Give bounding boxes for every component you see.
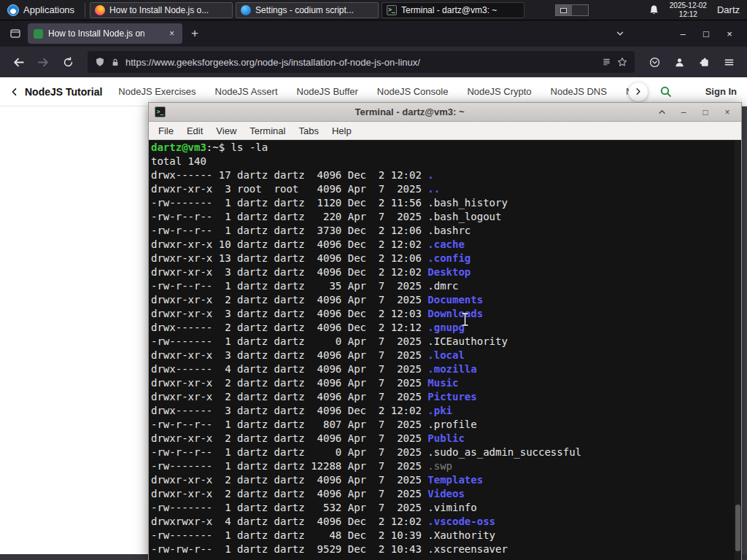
terminal-maximize-button[interactable]: □ (697, 105, 713, 120)
taskbar-window-settings[interactable]: Settings - codium script... (236, 2, 379, 18)
file-name: .viminfo (427, 502, 476, 513)
workspace-1[interactable] (556, 5, 572, 15)
applications-menu-button[interactable]: Applications (0, 0, 82, 20)
user-menu[interactable]: Dartz (717, 4, 740, 15)
terminal-output-line: drwx------ 17 dartz dartz 4096 Dec 2 12:… (151, 168, 741, 182)
menu-tabs[interactable]: Tabs (292, 125, 325, 136)
tab-title: How to Install Node.js on (48, 28, 162, 39)
terminal-output-line: -rw------- 1 dartz dartz 532 Apr 7 2025 … (151, 501, 741, 515)
forward-button[interactable] (32, 51, 54, 73)
taskbar-window-label: How to Install Node.js o... (109, 5, 209, 15)
applications-label: Applications (23, 4, 74, 15)
subnav-item[interactable]: NodeJS Crypto (467, 86, 531, 97)
subnav-item-active[interactable]: NodeJS Tutorial (25, 86, 102, 98)
menu-terminal[interactable]: Terminal (243, 125, 292, 136)
extensions-puzzle-icon[interactable] (693, 51, 715, 73)
file-attributes: -rw-r--r-- 1 dartz dartz 35 Apr 7 2025 (151, 280, 427, 292)
clock-time: 12:12 (670, 10, 707, 19)
file-attributes: -rw-r--r-- 1 dartz dartz 807 Apr 7 2025 (151, 419, 427, 430)
file-attributes: drwxr-xr-x 2 dartz dartz 4096 Apr 7 2025 (151, 294, 427, 306)
pocket-icon[interactable] (643, 51, 665, 73)
padlock-icon[interactable] (111, 58, 120, 67)
terminal-title: Terminal - dartz@vm3: ~ (171, 106, 648, 117)
tab-close-icon[interactable]: × (167, 28, 177, 39)
terminal-output-line: -rw------- 1 dartz dartz 12288 Apr 7 202… (151, 459, 741, 473)
terminal-window-icon[interactable]: >_ (155, 106, 166, 117)
file-attributes: drwxr-xr-x 2 dartz dartz 4096 Apr 7 2025 (151, 377, 427, 389)
file-attributes: drwxr-xr-x 3 dartz dartz 4096 Apr 7 2025 (151, 349, 427, 361)
list-all-tabs-chevron-icon[interactable] (610, 24, 630, 43)
file-name: Desktop (427, 266, 471, 278)
file-attributes: drwxr-xr-x 2 dartz dartz 4096 Apr 7 2025 (151, 474, 427, 486)
new-tab-button[interactable]: + (185, 24, 204, 43)
file-attributes: -rw-rw-r-- 1 dartz dartz 9529 Dec 2 10:4… (151, 543, 427, 555)
workspace-switcher (555, 4, 589, 16)
xubuntu-logo-icon (7, 4, 19, 16)
browser-tab-active[interactable]: How to Install Node.js on × (28, 23, 182, 44)
account-icon[interactable] (668, 51, 690, 73)
file-name: Videos (427, 488, 465, 499)
terminal-output-line: drwx------ 4 dartz dartz 4096 Apr 7 2025… (151, 362, 741, 376)
file-name: Music (427, 377, 458, 389)
subnav-item[interactable]: NodeJS Buffer (297, 86, 358, 97)
file-name: .cache (427, 238, 465, 250)
terminal-close-button[interactable]: × (719, 105, 735, 120)
browser-maximize-button[interactable]: □ (694, 23, 718, 44)
firefox-view-icon[interactable] (6, 24, 25, 43)
subnav-item[interactable]: NodeJS Exercises (118, 86, 196, 97)
search-icon[interactable] (659, 85, 672, 98)
taskbar-window-firefox[interactable]: How to Install Node.js o... (90, 2, 233, 18)
terminal-scrollbar-thumb[interactable] (735, 505, 740, 551)
terminal-scrollbar[interactable] (735, 140, 741, 560)
reload-button[interactable] (57, 51, 79, 73)
file-attributes: -rw------- 1 dartz dartz 0 Apr 7 2025 (151, 335, 427, 347)
terminal-icon: >_ (387, 5, 397, 15)
file-attributes: drwxrwxr-x 4 dartz dartz 4096 Dec 2 12:0… (151, 516, 427, 527)
nav-scroll-right-chevron-icon[interactable] (629, 82, 648, 101)
subnav-item[interactable]: NodeJS DNS (551, 86, 607, 97)
terminal-minimize-button[interactable]: – (676, 105, 692, 120)
terminal-output-line: -rw-r--r-- 1 dartz dartz 3730 Dec 2 12:0… (151, 224, 741, 238)
terminal-output-line: drwxr-xr-x 2 dartz dartz 4096 Apr 7 2025… (151, 487, 741, 501)
terminal-titlebar[interactable]: >_ Terminal - dartz@vm3: ~ – □ × (149, 103, 741, 122)
bookmark-star-icon[interactable] (617, 57, 627, 67)
menu-help[interactable]: Help (325, 125, 358, 136)
file-name: Documents (427, 294, 483, 306)
file-attributes: drwx------ 17 dartz dartz 4096 Dec 2 12:… (151, 169, 427, 181)
terminal-window: >_ Terminal - dartz@vm3: ~ – □ × File Ed… (148, 102, 742, 560)
terminal-output-line: -rw-rw-r-- 1 dartz dartz 9529 Dec 2 10:4… (151, 542, 741, 556)
page-scrollbar[interactable] (742, 106, 747, 554)
reader-mode-icon[interactable] (602, 58, 611, 67)
file-attributes: drwxr-xr-x 10 dartz dartz 4096 Dec 2 12:… (151, 238, 427, 250)
file-attributes: drwxr-xr-x 2 dartz dartz 4096 Apr 7 2025 (151, 391, 427, 402)
browser-close-button[interactable]: × (718, 23, 741, 44)
panel-clock[interactable]: 2025-12-02 12:12 (670, 1, 707, 19)
workspace-2[interactable] (572, 5, 588, 15)
menu-edit[interactable]: Edit (180, 125, 209, 136)
file-attributes: drwxr-xr-x 13 dartz dartz 4096 Dec 2 12:… (151, 252, 427, 264)
subnav-item[interactable]: NodeJS Assert (215, 86, 278, 97)
terminal-screen[interactable]: dartz@vm3:~$ ls -latotal 140drwx------ 1… (149, 140, 741, 560)
url-bar[interactable]: https://www.geeksforgeeks.org/node-js/in… (88, 51, 635, 73)
menu-file[interactable]: File (152, 125, 180, 136)
nav-scroll-left-chevron-icon[interactable] (10, 87, 19, 97)
file-name: . (427, 169, 433, 181)
menu-view[interactable]: View (209, 125, 243, 136)
taskbar-window-terminal[interactable]: >_ Terminal - dartz@vm3: ~ (382, 2, 525, 18)
terminal-menubar: File Edit View Terminal Tabs Help (149, 122, 741, 140)
sign-in-button[interactable]: Sign In (705, 86, 737, 97)
back-button[interactable] (7, 51, 29, 73)
tracking-protection-shield-icon[interactable] (95, 57, 105, 67)
subnav-items: NodeJS Exercises NodeJS Assert NodeJS Bu… (118, 86, 638, 97)
menu-hamburger-icon[interactable] (718, 51, 740, 73)
file-name: .bashrc (427, 225, 471, 236)
terminal-shade-button[interactable] (654, 105, 670, 120)
subnav-item[interactable]: NodeJS Console (377, 86, 449, 97)
terminal-output-line: drwxr-xr-x 3 dartz dartz 4096 Dec 2 12:0… (151, 265, 741, 279)
prompt-suffix: :~$ (206, 141, 225, 153)
file-name: .pki (427, 405, 452, 416)
terminal-output-line: drwxr-xr-x 10 dartz dartz 4096 Dec 2 12:… (151, 238, 741, 252)
browser-minimize-button[interactable]: – (671, 23, 694, 44)
notification-bell-icon[interactable] (649, 4, 659, 15)
taskbar: Applications How to Install Node.js o...… (0, 0, 747, 20)
